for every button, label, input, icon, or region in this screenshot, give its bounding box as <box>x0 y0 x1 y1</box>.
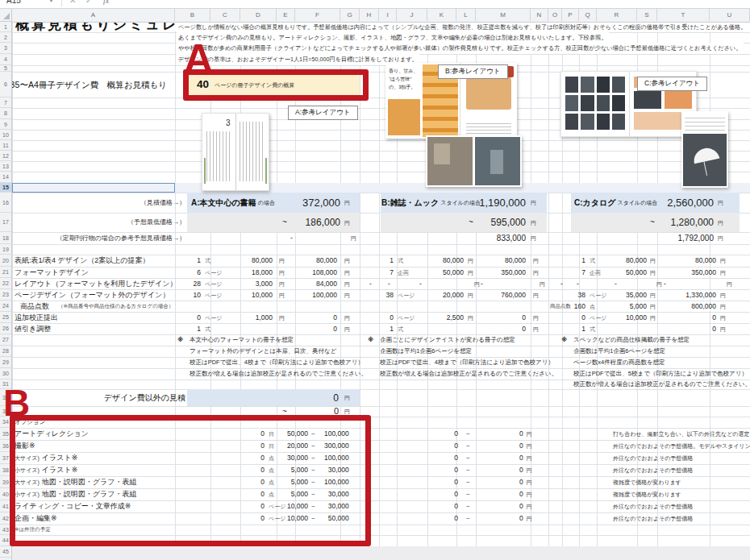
qty-cell[interactable]: 0ページ <box>368 312 415 323</box>
estimate-c-value[interactable]: 2,560,000円 <box>644 193 723 213</box>
total-cell[interactable]: 800,000円 <box>665 301 726 312</box>
column-header-u[interactable]: U <box>710 8 750 21</box>
column-header-d[interactable]: D <box>240 8 277 21</box>
name-box-dropdown-icon[interactable]: ▼ <box>48 0 54 3</box>
row-header-26[interactable]: 26 <box>0 323 11 334</box>
row-header-17[interactable]: 17 <box>0 213 11 232</box>
sum-range-cell[interactable]: 0~0円 <box>429 440 532 452</box>
qty-cell[interactable]: 160点 <box>558 301 595 312</box>
total-cell[interactable]: 108,000円 <box>284 267 350 278</box>
sum-range-cell[interactable]: 0~0円 <box>429 512 532 525</box>
price-cell[interactable]: 50,000円 <box>410 267 473 278</box>
row-header-10[interactable]: 10 <box>0 130 11 140</box>
row-header-16[interactable]: 16 <box>0 193 11 213</box>
qty-cell[interactable]: 1式 <box>175 255 210 267</box>
cancel-icon[interactable]: ✕ <box>69 0 76 5</box>
periodical-b-value[interactable]: 833,000円 <box>456 232 536 244</box>
row-header-45[interactable]: 45 <box>0 546 11 558</box>
row-header-7[interactable]: 7 <box>0 97 11 108</box>
total-cell[interactable]: 0円 <box>284 312 350 323</box>
estimate-b-value[interactable]: 1,190,000円 <box>456 193 536 213</box>
price-cell[interactable]: 2,500円 <box>410 312 473 323</box>
column-header-k[interactable]: K <box>427 8 456 21</box>
price-cell[interactable]: 80,000円 <box>595 255 656 267</box>
total-cell[interactable]: 0円 <box>474 312 539 323</box>
qty-cell[interactable]: 1式 <box>175 323 210 334</box>
row-header-6[interactable]: 6 <box>0 72 11 97</box>
row-header-25[interactable]: 25 <box>0 312 11 323</box>
qty-cell[interactable]: 0ページ <box>175 312 222 323</box>
fx-icon[interactable]: fx <box>103 0 109 5</box>
dash-cell[interactable]: - <box>388 278 390 289</box>
column-header-a[interactable]: A <box>12 8 175 21</box>
row-header-28[interactable]: 28 <box>0 346 11 357</box>
row-header-14[interactable]: 14 <box>0 172 11 183</box>
qty-cell[interactable]: 10ページ <box>175 289 222 301</box>
column-header-s[interactable]: S <box>637 8 657 21</box>
row-header-11[interactable]: 11 <box>0 140 11 151</box>
periodical-c-value[interactable]: 1,792,000円 <box>644 232 723 244</box>
periodical-a-value[interactable]: - <box>290 232 293 244</box>
column-header-h[interactable]: H <box>360 8 379 21</box>
estimate-a-value[interactable]: 372,000円 <box>271 193 350 213</box>
minimum-a-value[interactable]: 186,000円 <box>271 213 350 232</box>
column-header-l[interactable]: L <box>456 8 476 21</box>
row-header-12[interactable]: 12 <box>0 151 11 161</box>
other-estimate-value[interactable]: 0円 <box>282 389 350 406</box>
price-cell[interactable]: 3,000円 <box>223 278 285 289</box>
dash-cell[interactable]: - <box>560 278 563 289</box>
price-cell[interactable]: 1,000円 <box>223 312 285 323</box>
column-header-e[interactable]: E <box>277 8 295 21</box>
total-cell[interactable]: 350,000円 <box>474 267 539 278</box>
total-cell[interactable]: 1,330,000円 <box>665 289 726 301</box>
row-header-9[interactable]: 9 <box>0 119 11 130</box>
column-header-g[interactable]: G <box>340 8 360 21</box>
total-cell[interactable]: 80,000円 <box>474 255 539 267</box>
row-header-3[interactable]: 3 <box>0 43 11 54</box>
qty-cell[interactable]: 1式 <box>368 255 403 267</box>
dash-cell[interactable]: - <box>615 278 617 289</box>
column-header-p[interactable]: P <box>562 8 579 21</box>
row-header-24[interactable]: 24 <box>0 301 11 312</box>
row-header-8[interactable]: 8 <box>0 108 11 119</box>
name-box[interactable]: A15 <box>6 0 21 5</box>
qty-cell[interactable]: 7企画 <box>368 267 409 278</box>
total-cell[interactable]: 80,000円 <box>284 255 350 267</box>
minimum-b-value[interactable]: 595,000円 <box>456 213 536 232</box>
row-header-19[interactable]: 19 <box>0 244 11 255</box>
price-cell[interactable]: 18,000円 <box>223 267 285 278</box>
row-header-29[interactable]: 29 <box>0 357 11 368</box>
column-header-c[interactable]: C <box>210 8 240 21</box>
price-cell[interactable]: 10,000円 <box>223 289 285 301</box>
row-header-15[interactable]: 15 <box>0 183 11 193</box>
row-header-1[interactable]: 1 <box>0 22 11 32</box>
total-cell[interactable]: 0円 <box>474 323 539 334</box>
price-cell[interactable]: 10,000円 <box>595 312 656 323</box>
qty-cell[interactable]: 1式 <box>558 255 595 267</box>
price-cell[interactable]: 20,000円 <box>410 289 473 301</box>
row-header-21[interactable]: 21 <box>0 267 11 278</box>
select-all-corner[interactable] <box>0 8 12 22</box>
confirm-icon[interactable]: ✓ <box>85 0 92 5</box>
column-header-i[interactable]: I <box>379 8 397 21</box>
total-cell[interactable]: 0円 <box>665 323 726 334</box>
column-header-j[interactable]: J <box>397 8 427 21</box>
selected-cell-a15[interactable] <box>12 183 175 193</box>
sum-range-cell[interactable]: 0~0円 <box>429 488 532 500</box>
dash-cell[interactable]: - <box>577 278 579 289</box>
column-header-q[interactable]: Q <box>579 8 597 21</box>
column-header-t[interactable]: T <box>657 8 710 21</box>
price-cell[interactable]: 5,000円 <box>595 301 656 312</box>
price-cell[interactable]: 50,000円 <box>595 267 656 278</box>
row-header-23[interactable]: 23 <box>0 289 11 301</box>
dash-cell[interactable]: - <box>664 278 666 289</box>
qty-cell[interactable]: 38ページ <box>368 289 415 301</box>
row-header-27[interactable]: 27 <box>0 334 11 346</box>
total-cell[interactable]: 84,000円 <box>284 278 350 289</box>
row-header-13[interactable]: 13 <box>0 161 11 172</box>
total-cell[interactable]: 760,000円 <box>474 289 539 301</box>
sum-range-cell[interactable]: 0~0円 <box>429 476 532 488</box>
row-header-30[interactable]: 30 <box>0 368 11 380</box>
sum-range-cell[interactable]: 0~0円 <box>429 428 532 440</box>
dash-cell[interactable]: - <box>481 278 483 289</box>
